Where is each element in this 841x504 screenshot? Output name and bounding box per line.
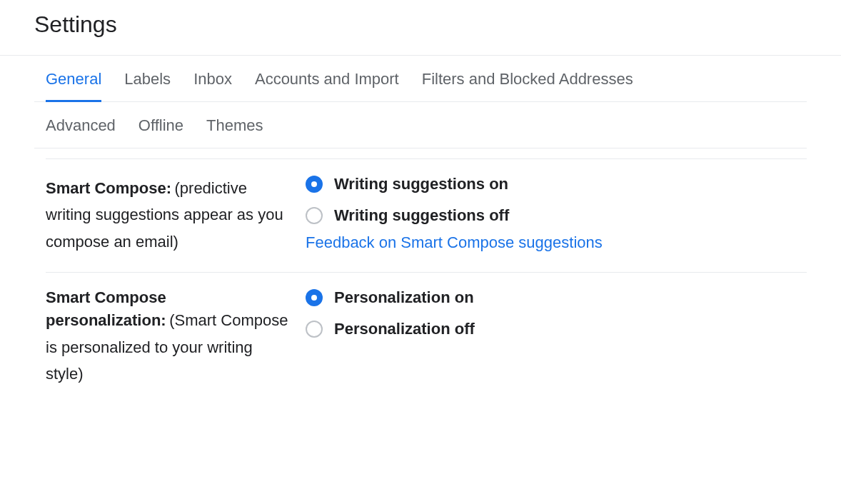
- tabs-row-2: Advanced Offline Themes: [34, 102, 807, 148]
- radio-icon-checked: [306, 289, 323, 306]
- radio-label-personalization-off: Personalization off: [334, 320, 475, 338]
- tab-themes[interactable]: Themes: [206, 116, 263, 135]
- smart-compose-title: Smart Compose:: [46, 179, 171, 197]
- tab-accounts-and-import[interactable]: Accounts and Import: [255, 70, 399, 102]
- radio-label-writing-off: Writing suggestions off: [334, 206, 509, 225]
- tab-labels[interactable]: Labels: [124, 70, 171, 102]
- tab-advanced[interactable]: Advanced: [46, 116, 116, 135]
- tabs-row-1: General Labels Inbox Accounts and Import…: [34, 56, 807, 102]
- radio-label-personalization-on: Personalization on: [334, 288, 474, 307]
- tab-offline[interactable]: Offline: [139, 116, 183, 135]
- feedback-smart-compose-link[interactable]: Feedback on Smart Compose suggestions: [306, 233, 807, 252]
- radio-writing-suggestions-on[interactable]: Writing suggestions on: [306, 175, 807, 193]
- radio-icon-unchecked: [306, 207, 323, 224]
- smart-compose-personalization-title: Smart Compose personalization:: [46, 288, 166, 329]
- radio-writing-suggestions-off[interactable]: Writing suggestions off: [306, 206, 807, 225]
- tab-filters-and-blocked-addresses[interactable]: Filters and Blocked Addresses: [422, 70, 633, 102]
- radio-personalization-off[interactable]: Personalization off: [306, 320, 807, 338]
- tab-inbox[interactable]: Inbox: [193, 70, 232, 102]
- setting-smart-compose: Smart Compose: (predictive writing sugge…: [46, 159, 807, 273]
- tab-general[interactable]: General: [46, 70, 101, 102]
- radio-icon-checked: [306, 176, 323, 193]
- radio-icon-unchecked: [306, 321, 323, 338]
- radio-personalization-on[interactable]: Personalization on: [306, 288, 807, 307]
- page-title: Settings: [34, 11, 807, 38]
- radio-label-writing-on: Writing suggestions on: [334, 175, 508, 193]
- setting-smart-compose-personalization: Smart Compose personalization: (Smart Co…: [46, 273, 807, 404]
